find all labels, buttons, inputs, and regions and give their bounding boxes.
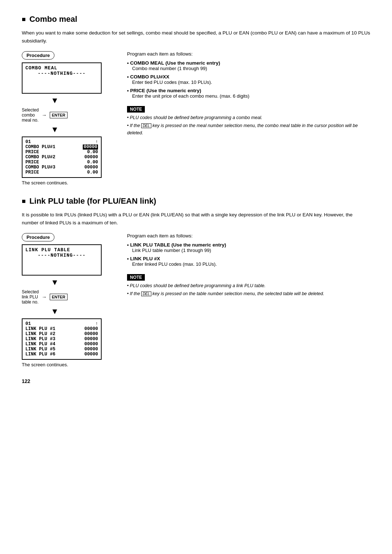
section1-note-content: • PLU codes should be defined before pro… [127,114,370,137]
section2-row2-value: 00000 [84,331,98,337]
section2-row2-label: LINK PLU #2 [25,331,56,337]
section1: Combo meal When you want to make some de… [22,15,370,186]
section1-row5-label: COMBO PLU#3 [25,165,56,170]
section2-note-label: NOTE [127,274,145,281]
section2-item-0: • LINK PLU TABLE (Use the numeric entry)… [127,242,370,253]
section2-note-content: • PLU codes should be defined before pro… [127,282,370,297]
section1-row2-label: PRICE [25,150,39,155]
section2-screen1-nothing: ----NOTHING---- [25,253,98,258]
section1-row5-value: 00000 [84,165,98,170]
section1-intro: When you want to make some deduction for… [22,29,370,45]
section1-item1-title: • COMBO PLU#XX [127,74,370,80]
section1-item-1: • COMBO PLU#XX Enter tied PLU codes (max… [127,74,370,85]
section1-item0-title: • COMBO MEAL (Use the numeric entry) [127,60,370,66]
section1-note-label: NOTE [127,106,145,113]
section2-item1-title: • LINK PLU #X [127,256,370,261]
section1-row4-label: PRICE [25,160,39,165]
section1-item-2: • PRICE (Use the numeric entry) Enter th… [127,88,370,99]
section2-arrow-right: → [42,294,47,300]
section1-row1-label: COMBO PLU#1 [25,144,56,150]
section1-data-row-5: PRICE 0.00 [25,170,98,175]
section1-program-label: Program each item as follows: [127,51,370,57]
section2-program-label: Program each item as follows: [127,233,370,239]
section1-row4-value: 0.00 [87,160,98,165]
section1-row6-label: PRICE [25,170,39,175]
section2-data-row-3: LINK PLU #4 00000 [25,342,98,347]
section1-item2-title: • PRICE (Use the numeric entry) [127,88,370,93]
section2-item1-desc: Enter linked PLU codes (max. 10 PLUs). [132,261,370,267]
section1-row1-value: 00000 [83,144,98,150]
section1-enter-row: Selected combo meal no. → ENTER [22,107,116,123]
section1-item-0: • COMBO MEAL (Use the numeric entry) Com… [127,60,370,71]
section1-row6-value: 0.00 [87,170,98,175]
section2-data-row-1: LINK PLU #2 00000 [25,331,98,337]
section1-screen-continues: The screen continues. [22,180,116,186]
section2-note-line0: • PLU codes should be defined before pro… [127,282,370,289]
section1-title: Combo meal [22,15,370,24]
section1-row2-value: 0.00 [87,150,98,155]
section2-procedure-box: Procedure [22,233,54,241]
section1-screen2-header: 01 ↑ [25,139,98,144]
section1-arrow-right: → [42,112,47,118]
section1-screen1: COMBO MEAL ----NOTHING---- [22,62,102,94]
section1-item2-desc: Enter the unit price of each combo menu.… [132,93,370,99]
section2-row0-left: 01 [25,321,31,326]
section1-data-row-1: PRICE 0.00 [25,150,98,155]
section2-item-1: • LINK PLU #X Enter linked PLU codes (ma… [127,256,370,267]
section2-left: Procedure LINK PLU TABLE ----NOTHING----… [22,233,116,367]
section2-screen-continues: The screen continues. [22,362,116,367]
section2-enter-row: Selected link PLU table no. → ENTER [22,289,116,305]
section1-right: Program each item as follows: • COMBO ME… [127,51,370,186]
section2-screen1: LINK PLU TABLE ----NOTHING---- [22,244,102,276]
section1-row3-value: 00000 [84,155,98,160]
section2-row5-label: LINK PLU #5 [25,347,56,352]
section2-title: Link PLU table (for PLU/EAN link) [22,196,370,206]
section1-note-line0: • PLU codes should be defined before pro… [127,114,370,121]
section2-item0-title: • LINK PLU TABLE (Use the numeric entry) [127,242,370,248]
section2-note-line1: • If the DEL key is pressed on the table… [127,290,370,297]
section2-data-row-5: LINK PLU #6 00000 [25,352,98,357]
section1-row0-right: ↑ [95,139,98,144]
section1-data-row-0: COMBO PLU#1 00000 [25,144,98,150]
section2-screen1-title: LINK PLU TABLE [25,247,98,253]
section2-screen2: 01 ↑ LINK PLU #1 00000 LINK PLU #2 00000… [22,318,102,360]
section2-row3-label: LINK PLU #3 [25,337,56,342]
section2-row4-value: 00000 [84,342,98,347]
section2-row6-label: LINK PLU #6 [25,352,56,357]
section2: Link PLU table (for PLU/EAN link) It is … [22,196,370,367]
section1-selected-label: Selected combo meal no. [22,107,39,123]
section1-data-row-3: PRICE 0.00 [25,160,98,165]
section1-note-line1: • If the DEL key is pressed on the meal … [127,122,370,137]
section1-arrow1: ▼ [51,96,116,105]
section2-right: Program each item as follows: • LINK PLU… [127,233,370,367]
section2-row0-right: ↑ [95,321,98,326]
section2-row4-label: LINK PLU #4 [25,342,56,347]
section2-arrow1: ▼ [51,278,116,287]
section2-row1-label: LINK PLU #1 [25,326,56,331]
section2-row1-value: 00000 [84,326,98,331]
section1-left: Procedure COMBO MEAL ----NOTHING---- ▼ S… [22,51,116,186]
section2-row3-value: 00000 [84,337,98,342]
section1-data-row-2: COMBO PLU#2 00000 [25,155,98,160]
section1-screen2: 01 ↑ COMBO PLU#1 00000 PRICE 0.00 COMBO … [22,137,102,178]
del-key-2: DEL [141,292,151,296]
section2-data-row-2: LINK PLU #3 00000 [25,337,98,342]
section1-enter-btn: ENTER [50,112,68,118]
section2-item0-desc: Link PLU table number (1 through 99) [132,248,370,253]
section1-data-row-4: COMBO PLU#3 00000 [25,165,98,170]
section1-procedure-box: Procedure [22,51,54,60]
section1-screen1-title: COMBO MEAL [25,65,98,71]
section2-enter-btn: ENTER [50,294,68,300]
section1-arrow2: ▼ [51,125,116,134]
section1-item1-desc: Enter tied PLU codes (max. 10 PLUs). [132,80,370,85]
section1-row3-label: COMBO PLU#2 [25,155,56,160]
section2-arrow2: ▼ [51,307,116,316]
section1-row0-left: 01 [25,139,31,144]
section1-content: Procedure COMBO MEAL ----NOTHING---- ▼ S… [22,51,370,186]
section2-data-row-4: LINK PLU #5 00000 [25,347,98,352]
section1-item0-desc: Combo meal number (1 through 99) [132,66,370,71]
page-number: 122 [22,378,370,384]
section2-content: Procedure LINK PLU TABLE ----NOTHING----… [22,233,370,367]
section2-row5-value: 00000 [84,347,98,352]
section1-screen1-nothing: ----NOTHING---- [25,71,98,76]
